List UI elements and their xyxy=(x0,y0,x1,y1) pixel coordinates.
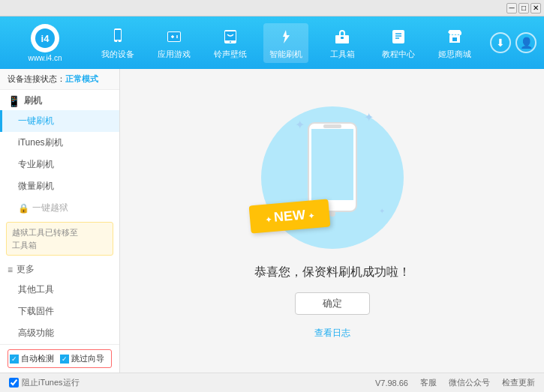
smart-flash-icon xyxy=(275,26,296,47)
itunes-label: 阻止iTunes运行 xyxy=(22,377,80,388)
svg-point-4 xyxy=(117,40,119,42)
tutorial-icon xyxy=(388,26,409,47)
status-value: 正常模式 xyxy=(65,74,98,83)
confirm-button[interactable]: 确定 xyxy=(295,292,370,315)
wechat-link[interactable]: 微信公众号 xyxy=(449,377,490,388)
notice-box: 越狱工具已转移至 工具箱 xyxy=(6,222,113,256)
flash-section-label: 刷机 xyxy=(24,94,42,107)
status-label: 设备连接状态： xyxy=(8,74,65,83)
svg-point-25 xyxy=(329,211,335,217)
nav-smart-flash-label: 智能刷机 xyxy=(269,49,302,60)
version-label: V7.98.66 xyxy=(375,379,408,388)
auto-detect-label: 自动检测 xyxy=(21,353,54,364)
sidebar-disabled-jailbreak: 🔒 一键越狱 xyxy=(0,197,119,219)
svg-rect-23 xyxy=(311,129,353,200)
itunes-checkbox[interactable] xyxy=(9,378,19,388)
check-update-link[interactable]: 检查更新 xyxy=(502,377,535,388)
nav-toolbox[interactable]: 工具箱 xyxy=(320,23,365,63)
svg-point-9 xyxy=(176,35,178,37)
nav-mall[interactable]: 姬思商城 xyxy=(432,23,477,63)
header-actions: ⬇ 👤 xyxy=(490,32,536,53)
sidebar-item-other-tools[interactable]: 其他工具 xyxy=(0,279,119,301)
sidebar-item-itunes-flash[interactable]: iTunes刷机 xyxy=(0,132,119,154)
main-area: 设备连接状态：正常模式 📱 刷机 一键刷机 iTunes刷机 专业刷机 微量刷机… xyxy=(0,69,544,373)
more-section-title: ≡ 更多 xyxy=(0,259,119,279)
footer-right: V7.98.66 客服 微信公众号 检查更新 xyxy=(375,377,535,388)
svg-point-13 xyxy=(230,41,231,43)
close-button[interactable]: ✕ xyxy=(530,3,541,13)
nav-app-game-label: 应用游戏 xyxy=(158,49,191,60)
logo-subtitle: www.i4.cn xyxy=(28,54,62,62)
my-device-icon xyxy=(107,26,128,47)
maximize-button[interactable]: □ xyxy=(518,3,529,13)
header: i4 www.i4.cn 我的设备 xyxy=(0,16,544,69)
nav-app-game[interactable]: 应用游戏 xyxy=(152,23,197,63)
footer-left: 阻止iTunes运行 xyxy=(9,377,80,388)
logo-icon: i4 xyxy=(31,24,59,52)
title-bar: ─ □ ✕ xyxy=(0,0,544,16)
ringtone-icon xyxy=(220,26,241,47)
device-checkboxes: ✓ 自动检测 ✓ 跳过向导 xyxy=(8,349,112,368)
flash-section-title: 📱 刷机 xyxy=(0,90,119,110)
nav-bar: 我的设备 应用游戏 xyxy=(90,23,482,63)
auto-detect-checkbox[interactable]: ✓ 自动检测 xyxy=(10,353,54,364)
flash-section-icon: 📱 xyxy=(8,95,20,107)
toolbox-icon xyxy=(332,26,353,47)
device-info-area: ✓ 自动检测 ✓ 跳过向导 📱 iPhone 12 mini 64GB Down… xyxy=(0,344,119,373)
sidebar-item-pro-flash[interactable]: 专业刷机 xyxy=(0,154,119,175)
logo-area: i4 www.i4.cn xyxy=(8,24,83,62)
download-button[interactable]: ⬇ xyxy=(490,32,511,53)
nav-my-device-label: 我的设备 xyxy=(101,49,134,60)
user-button[interactable]: 👤 xyxy=(515,32,536,53)
content-area: ✦ ✦ ✦ NEW 恭喜您，保资料刷机成功啦！ 确定 查看日志 xyxy=(120,69,544,373)
svg-rect-14 xyxy=(335,35,349,43)
app-game-icon xyxy=(164,26,185,47)
sidebar-item-advanced[interactable]: 高级功能 xyxy=(0,322,119,344)
nav-tutorial-label: 教程中心 xyxy=(382,49,415,60)
mall-icon xyxy=(444,26,465,47)
svg-text:i4: i4 xyxy=(41,33,50,44)
customer-service-link[interactable]: 客服 xyxy=(420,377,437,388)
more-icon: ≡ xyxy=(8,265,13,275)
phone-illustration: ✦ ✦ ✦ NEW xyxy=(257,103,407,253)
auto-detect-check-icon: ✓ xyxy=(10,355,19,364)
skip-guide-checkbox[interactable]: ✓ 跳过向导 xyxy=(60,353,104,364)
nav-toolbox-label: 工具箱 xyxy=(330,49,355,60)
svg-rect-16 xyxy=(392,30,404,43)
success-panel: ✦ ✦ ✦ NEW 恭喜您，保资料刷机成功啦！ 确定 查看日志 xyxy=(254,103,410,340)
sidebar: 设备连接状态：正常模式 📱 刷机 一键刷机 iTunes刷机 专业刷机 微量刷机… xyxy=(0,69,120,373)
back-link[interactable]: 查看日志 xyxy=(314,327,350,340)
svg-rect-21 xyxy=(452,37,457,41)
jailbreak-label: 一键越狱 xyxy=(32,202,68,214)
footer: 阻止iTunes运行 V7.98.66 客服 微信公众号 检查更新 xyxy=(0,373,544,392)
skip-guide-check-icon: ✓ xyxy=(60,355,69,364)
lock-icon: 🔒 xyxy=(18,203,29,214)
nav-mall-label: 姬思商城 xyxy=(438,49,471,60)
sidebar-item-save-data-flash[interactable]: 微量刷机 xyxy=(0,175,119,197)
nav-ringtone-label: 铃声壁纸 xyxy=(214,49,247,60)
more-label: 更多 xyxy=(17,263,35,276)
success-text: 恭喜您，保资料刷机成功啦！ xyxy=(254,265,410,280)
svg-point-10 xyxy=(176,37,178,38)
skip-guide-label: 跳过向导 xyxy=(71,353,104,364)
status-bar: 设备连接状态：正常模式 xyxy=(0,69,119,90)
nav-smart-flash[interactable]: 智能刷机 xyxy=(263,23,308,63)
nav-ringtone[interactable]: 铃声壁纸 xyxy=(208,23,253,63)
sidebar-item-one-key-flash[interactable]: 一键刷机 xyxy=(0,110,119,132)
sparkle-2: ✦ xyxy=(364,110,374,124)
svg-rect-24 xyxy=(323,124,341,128)
svg-rect-15 xyxy=(341,37,344,39)
minimize-button[interactable]: ─ xyxy=(506,3,517,13)
sidebar-item-download-firmware[interactable]: 下载固件 xyxy=(0,301,119,322)
nav-tutorial[interactable]: 教程中心 xyxy=(376,23,421,63)
svg-rect-3 xyxy=(115,30,121,40)
nav-my-device[interactable]: 我的设备 xyxy=(95,23,140,63)
sparkle-3: ✦ xyxy=(379,207,385,215)
